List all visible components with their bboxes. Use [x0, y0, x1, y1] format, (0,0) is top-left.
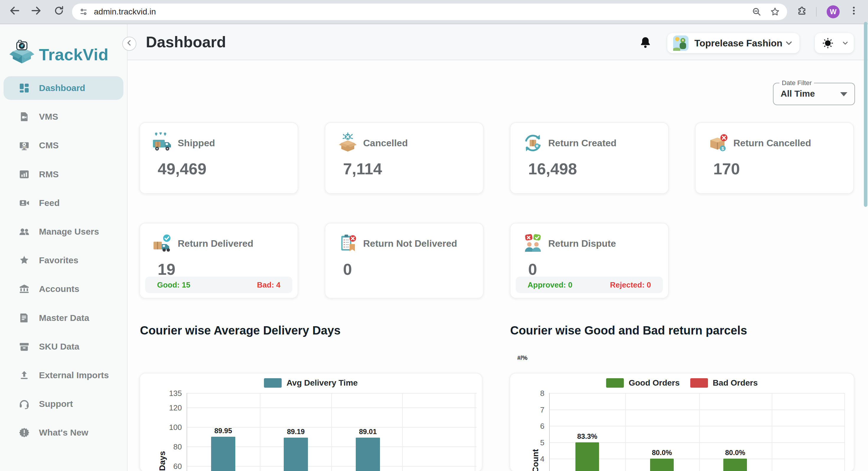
sidebar-item-cms[interactable]: CMSCMS [4, 134, 123, 157]
toolbar-separator [816, 7, 817, 17]
extensions-button[interactable] [795, 5, 809, 19]
upload-icon [19, 370, 30, 381]
sidebar-item-label: Favorites [39, 255, 78, 265]
sidebar-item-dashboard[interactable]: Dashboard [4, 76, 123, 100]
reload-button[interactable] [52, 5, 66, 19]
brand-name: TrackVid [39, 45, 108, 64]
shipped-truck-icon [152, 133, 173, 154]
stat-value: 170 [713, 159, 740, 178]
sidebar-item-master-data[interactable]: Master Data [4, 306, 123, 330]
percent-toggle[interactable]: #/% [517, 355, 527, 361]
extensions-icon [797, 6, 807, 18]
account-switcher[interactable]: Toprelease Fashion [667, 33, 800, 53]
bar-avg-delivery-time [356, 438, 380, 471]
stat-card-shipped: Shipped49,469 [140, 122, 298, 194]
url-text[interactable]: admin.trackvid.in [94, 7, 752, 17]
url-bar[interactable]: admin.trackvid.in [72, 4, 787, 20]
stat-footer-left: Approved: 0 [528, 281, 572, 290]
stat-value: 49,469 [158, 159, 206, 178]
legend-swatch [264, 378, 282, 388]
y-tick-label: 135 [158, 389, 182, 398]
reload-icon [54, 5, 64, 18]
site-info-icon[interactable] [79, 7, 88, 16]
theme-switcher[interactable] [815, 33, 854, 53]
bar-avg-delivery-time [211, 437, 235, 471]
sidebar-collapse-button[interactable] [122, 37, 136, 51]
sidebar-item-accounts[interactable]: Accounts [4, 277, 123, 301]
back-icon [8, 5, 20, 19]
sidebar-item-feed[interactable]: Feed [4, 191, 123, 215]
sidebar-item-label: Dashboard [39, 83, 85, 93]
stat-value: 0 [343, 260, 352, 278]
y-axis-title: Count [531, 443, 540, 471]
y-tick-label: 8 [521, 389, 545, 398]
legend-item[interactable]: Avg Delivery Time [264, 378, 358, 388]
page-title: Dashboard [146, 33, 226, 51]
bar-value-label: 89.19 [275, 428, 316, 436]
kebab-menu-icon [849, 6, 859, 18]
legend-item[interactable]: Good Orders [606, 378, 680, 388]
sidebar-item-label: External Imports [39, 370, 109, 380]
date-filter-label: Date Filter [779, 79, 814, 87]
sidebar-item-rms[interactable]: RMS [4, 163, 123, 186]
legend-item[interactable]: Bad Orders [690, 378, 758, 388]
stat-label: Return Created [548, 138, 616, 149]
bar-value-label: 80.0% [714, 448, 756, 457]
chart-legend: Good OrdersBad Orders [510, 378, 854, 388]
page-scrollbar-thumb[interactable] [864, 22, 867, 207]
dropdown-caret-icon [840, 92, 847, 96]
bar-value-label: 80.0% [641, 448, 683, 457]
bar-good-orders [723, 459, 747, 471]
section-title-left: Courier wise Average Delivery Days [140, 324, 341, 337]
legend-swatch [690, 378, 708, 388]
stat-footer-right: Bad: 4 [257, 281, 280, 290]
sidebar-item-favorites[interactable]: Favorites [4, 248, 123, 272]
brand[interactable]: TrackVid [8, 39, 108, 69]
y-tick-label: 100 [158, 423, 182, 432]
zoom-out-icon[interactable] [752, 7, 762, 17]
date-filter-select[interactable]: Date Filter All Time [773, 83, 855, 105]
sidebar: TrackVid DashboardVMSCMSCMSRMSFeedManage… [0, 24, 128, 471]
bookmark-star-icon[interactable] [770, 7, 780, 17]
sidebar-item-support[interactable]: Support [4, 392, 123, 416]
sidebar-item-sku-data[interactable]: SKU Data [4, 335, 123, 358]
stat-footer-right: Rejected: 0 [610, 281, 651, 290]
date-filter-value: All Time [781, 89, 815, 99]
stat-footer: Approved: 0Rejected: 0 [516, 276, 663, 293]
sidebar-item-vms[interactable]: VMS [4, 105, 123, 128]
return-delivered-icon [152, 233, 173, 254]
sku-box-icon [19, 341, 30, 352]
bank-icon [19, 284, 30, 294]
return-created-icon [522, 133, 544, 154]
stat-label: Cancelled [363, 138, 408, 149]
sidebar-item-external-imports[interactable]: External Imports [4, 363, 123, 387]
sidebar-item-what-s-new[interactable]: What's New [4, 421, 123, 444]
cms-monitor-icon: CMS [19, 140, 30, 151]
sidebar-item-label: Manage Users [39, 227, 99, 237]
legend-label: Avg Delivery Time [286, 378, 358, 388]
stat-label: Return Dispute [548, 238, 616, 249]
cancelled-box-icon [337, 133, 359, 154]
stat-value: 19 [158, 260, 175, 278]
chevron-down-icon [841, 39, 849, 47]
sidebar-item-label: RMS [39, 169, 59, 179]
svg-text:CMS: CMS [22, 146, 27, 148]
browser-menu-button[interactable] [847, 5, 861, 19]
stat-label: Return Cancelled [733, 138, 811, 149]
bar-value-label: 89.95 [203, 427, 244, 435]
sidebar-item-label: Feed [39, 198, 60, 208]
vms-file-icon [19, 111, 30, 122]
chevron-left-icon [125, 38, 133, 49]
return-cancelled-icon: $ [707, 133, 728, 154]
stat-value: 16,498 [528, 159, 577, 178]
forward-button[interactable] [30, 5, 44, 19]
notification-bell-icon[interactable] [639, 36, 652, 49]
sidebar-item-manage-users[interactable]: Manage Users [4, 220, 123, 243]
legend-label: Good Orders [628, 378, 680, 388]
back-button[interactable] [7, 5, 21, 19]
browser-profile-avatar[interactable]: W [827, 5, 840, 18]
star-icon [19, 255, 30, 266]
stat-label: Return Delivered [178, 238, 253, 249]
chevron-down-icon [784, 38, 794, 48]
return-dispute-icon [522, 233, 544, 254]
